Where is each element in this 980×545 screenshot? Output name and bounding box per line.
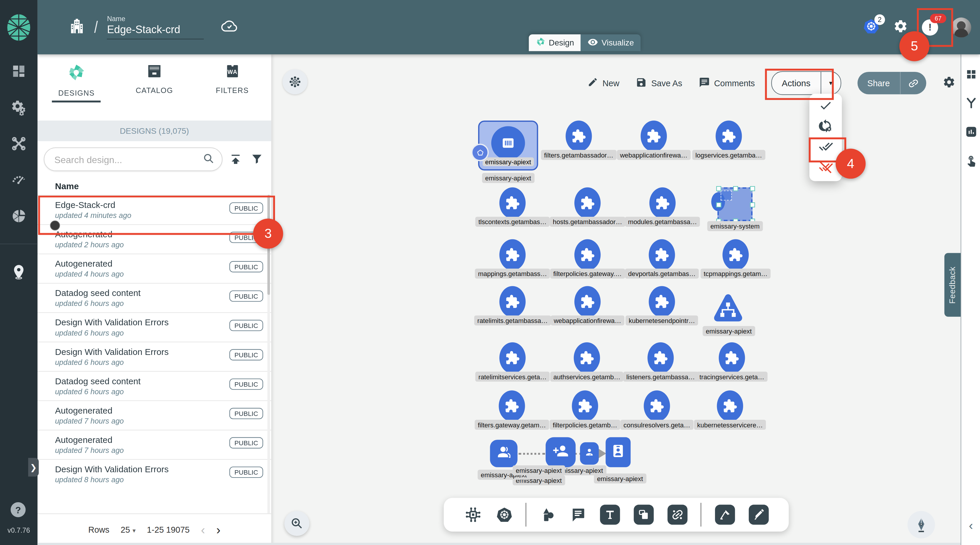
user-plus-node[interactable] — [546, 437, 576, 467]
design-name-input[interactable] — [107, 24, 204, 39]
component-node[interactable] — [716, 121, 742, 152]
doodle-tool-icon[interactable] — [749, 505, 769, 525]
import-design-button[interactable] — [228, 151, 243, 167]
component-node[interactable] — [719, 342, 745, 373]
pen-tool-icon[interactable] — [715, 505, 735, 525]
previous-page-button[interactable]: ‹ — [201, 523, 205, 536]
design-canvas[interactable]: emissary-apiext emissary-apiextfilters.g… — [271, 54, 961, 545]
user-edit-node[interactable] — [580, 442, 599, 465]
component-node[interactable] — [574, 342, 600, 373]
design-row[interactable]: Autogenerated updated 7 hours ago PUBLIC — [38, 430, 271, 459]
shapes-icon[interactable] — [540, 507, 557, 523]
component-node[interactable] — [574, 239, 600, 270]
kubernetes-context-button[interactable]: 2 — [863, 19, 879, 35]
design-row[interactable]: Edge-Stack-crd updated 4 minutes ago PUB… — [38, 195, 271, 224]
cluster-view-button[interactable] — [283, 69, 308, 94]
annotation-comment-icon[interactable] — [570, 507, 586, 523]
search-input[interactable] — [44, 148, 223, 171]
undeploy-icon — [819, 160, 833, 176]
sidebar-item-environment-pin-icon[interactable] — [10, 263, 28, 281]
design-row[interactable]: Autogenerated updated 7 hours ago PUBLIC — [38, 400, 271, 430]
selection-handle[interactable] — [733, 186, 738, 191]
mode-tab-design[interactable]: Design — [529, 34, 581, 51]
merge-icon[interactable] — [965, 97, 977, 112]
design-row[interactable]: Design With Validation Errors updated 6 … — [38, 312, 271, 342]
organization-icon[interactable] — [67, 16, 86, 38]
analytics-icon[interactable] — [965, 126, 977, 140]
design-row[interactable]: Design With Validation Errors updated 8 … — [38, 459, 271, 488]
component-node[interactable] — [499, 286, 525, 317]
selection-handle[interactable] — [716, 186, 721, 191]
panel-expand-chevron[interactable]: ❯ — [28, 458, 39, 477]
selection-handle[interactable] — [716, 202, 721, 207]
id-badge-node[interactable] — [606, 437, 630, 467]
validate-menu-item[interactable] — [810, 96, 842, 117]
share-button[interactable]: Share — [858, 72, 926, 94]
sidebar-item-lifecycle-icon[interactable] — [10, 99, 28, 116]
deploy-menu-item[interactable] — [810, 137, 842, 158]
component-node[interactable] — [572, 391, 598, 421]
component-node[interactable] — [717, 391, 743, 421]
component-node[interactable] — [644, 391, 670, 421]
selected-area-node[interactable] — [718, 187, 752, 221]
component-node[interactable] — [649, 187, 676, 219]
component-node[interactable] — [649, 286, 675, 317]
tab-designs[interactable]: DESIGNS — [45, 63, 108, 102]
next-page-button[interactable]: › — [216, 523, 220, 536]
collapse-dock-chevron[interactable]: ‹ — [961, 518, 980, 533]
new-design-button[interactable]: New — [588, 77, 620, 89]
sidebar-item-configuration-icon[interactable] — [10, 135, 28, 153]
component-node[interactable] — [499, 342, 525, 373]
component-node[interactable] — [499, 391, 525, 421]
link-tool-icon[interactable] — [667, 505, 687, 525]
filter-button[interactable] — [249, 151, 265, 167]
component-node[interactable] — [574, 286, 600, 317]
tab-catalog[interactable]: CATALOG — [123, 63, 186, 100]
notifications-button[interactable]: ! 67 — [922, 19, 938, 35]
design-row[interactable]: Design With Validation Errors updated 6 … — [38, 342, 271, 371]
note-tool-icon[interactable] — [634, 505, 654, 525]
component-node[interactable] — [648, 342, 674, 373]
design-row[interactable]: Autogenerated updated 4 hours ago PUBLIC — [38, 254, 271, 283]
user-avatar[interactable] — [951, 17, 971, 37]
actions-dropdown-arrow[interactable]: ▼ — [820, 72, 840, 94]
component-node[interactable] — [649, 239, 675, 270]
design-row[interactable]: Autogenerated updated 2 hours ago PUBLIC — [38, 224, 271, 253]
mode-tab-visualize[interactable]: Visualize — [581, 34, 641, 51]
help-button[interactable]: ? — [11, 502, 25, 517]
sidebar-item-extensions-icon[interactable] — [10, 207, 28, 225]
selected-component-node[interactable]: emissary-apiext — [478, 121, 538, 170]
actions-button[interactable]: Actions ▼ — [771, 71, 841, 95]
component-node[interactable] — [499, 187, 525, 219]
save-as-button[interactable]: Save As — [636, 76, 682, 90]
settings-button[interactable] — [892, 19, 909, 35]
selection-handle[interactable] — [750, 202, 755, 207]
component-node-triangle[interactable] — [711, 291, 746, 329]
sidebar-item-dashboard-icon[interactable] — [10, 62, 28, 80]
component-node[interactable] — [574, 187, 600, 219]
component-node[interactable] — [722, 239, 749, 270]
dry-run-menu-item[interactable] — [810, 117, 842, 137]
selection-handle[interactable] — [750, 186, 755, 191]
text-tool-icon[interactable] — [600, 505, 620, 525]
kubernetes-icon[interactable] — [496, 507, 512, 523]
component-node[interactable] — [499, 239, 525, 270]
design-row[interactable]: Datadog seed content updated 6 hours ago… — [38, 371, 271, 400]
copy-link-icon[interactable] — [900, 72, 926, 94]
feedback-tab[interactable]: Feedback — [945, 253, 961, 316]
pen-mode-button[interactable] — [907, 511, 935, 539]
tab-filters[interactable]: WAFILTERS — [201, 63, 264, 100]
users-node[interactable] — [490, 440, 517, 467]
canvas-settings-button[interactable] — [942, 75, 956, 91]
interaction-icon[interactable] — [965, 154, 977, 169]
component-node[interactable] — [641, 121, 667, 152]
component-node[interactable] — [566, 121, 592, 152]
rows-per-page-select[interactable]: 25▾ — [121, 525, 135, 534]
design-row[interactable]: Datadog seed content updated 6 hours ago… — [38, 283, 271, 312]
zoom-button[interactable] — [285, 511, 309, 536]
comments-button[interactable]: Comments — [698, 76, 755, 90]
components-icon[interactable] — [464, 505, 482, 524]
meshery-logo[interactable] — [5, 10, 33, 45]
dock-grid-icon[interactable] — [965, 68, 977, 83]
sidebar-item-performance-icon[interactable] — [10, 171, 28, 189]
